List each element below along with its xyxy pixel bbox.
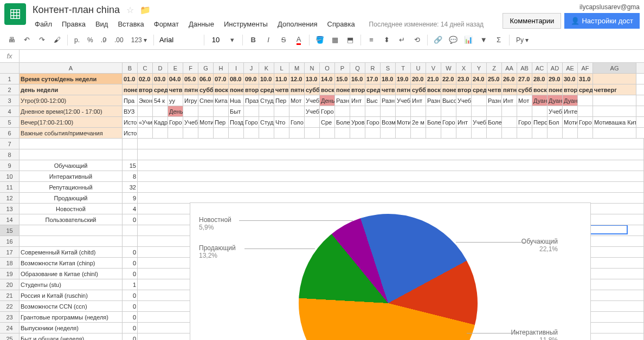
cell[interactable]: Инте [563, 106, 578, 116]
col-header-B[interactable]: B [123, 63, 138, 73]
cell[interactable]: 03.0 [153, 74, 168, 84]
fill-color-icon[interactable]: 🪣 [313, 33, 327, 47]
doc-title[interactable]: Контент-план china [30, 3, 122, 17]
cell[interactable] [214, 106, 229, 116]
col-header-D[interactable]: D [153, 63, 168, 73]
cell[interactable] [502, 106, 517, 116]
cell[interactable]: Сре [320, 117, 335, 127]
cell[interactable] [472, 106, 487, 116]
row-header[interactable]: 12 [0, 193, 20, 203]
size-select[interactable] [208, 35, 224, 45]
formula-input[interactable] [20, 50, 644, 62]
row-header[interactable]: 18 [0, 258, 20, 268]
cell[interactable] [578, 106, 593, 116]
cell[interactable] [289, 106, 305, 116]
cell[interactable]: Важные события/примечания [20, 128, 123, 138]
cell[interactable] [20, 139, 123, 149]
col-header-P[interactable]: P [335, 63, 350, 73]
cell[interactable]: Разн [426, 95, 441, 106]
rotate-icon[interactable]: ⟲ [410, 33, 424, 47]
col-header-W[interactable]: W [441, 63, 456, 73]
cell[interactable] [274, 128, 289, 138]
cell[interactable]: Учеб [548, 106, 563, 116]
cell[interactable]: 23.0 [456, 74, 472, 84]
cell[interactable]: 30.0 [563, 74, 578, 84]
wrap-icon[interactable]: ↵ [395, 33, 409, 47]
undo-icon[interactable]: ↶ [20, 33, 34, 47]
cell[interactable]: Дуан [563, 95, 578, 106]
cell[interactable] [335, 128, 350, 138]
cell[interactable]: Образование в Китае (chinl) [20, 269, 123, 279]
cell[interactable]: 31.0 [578, 74, 593, 84]
redo-icon[interactable]: ↷ [35, 33, 49, 47]
col-header-M[interactable]: M [289, 63, 305, 73]
cell[interactable]: Быт [229, 106, 244, 116]
row-header[interactable]: 16 [0, 236, 20, 246]
cell[interactable]: Студ [259, 117, 274, 127]
cell[interactable]: 0 [123, 269, 138, 279]
cell[interactable] [198, 106, 214, 116]
menu-help[interactable]: Справка [323, 18, 359, 30]
cell[interactable] [153, 106, 168, 116]
cell[interactable] [138, 171, 644, 181]
cell[interactable] [335, 106, 350, 116]
menu-addons[interactable]: Дополнения [273, 18, 322, 30]
valign-icon[interactable]: ⬍ [379, 33, 394, 47]
cell[interactable]: Исто [123, 117, 138, 127]
cell[interactable] [532, 128, 548, 138]
cell[interactable] [244, 128, 259, 138]
col-header-G[interactable]: G [198, 63, 214, 73]
cell[interactable] [123, 149, 138, 160]
cell[interactable] [289, 128, 305, 138]
cell[interactable]: Учеб [396, 95, 411, 106]
cell[interactable] [441, 106, 456, 116]
col-header-AF[interactable]: AF [578, 63, 593, 73]
cell[interactable] [593, 95, 636, 106]
cell[interactable]: пятн [183, 84, 198, 95]
text-color-icon[interactable]: A [292, 33, 306, 47]
cell[interactable]: Интерактивный [20, 171, 123, 181]
cell[interactable]: Вечер(17:00-21:00) [20, 117, 123, 127]
cell[interactable]: Дуан [532, 95, 548, 106]
cell[interactable] [593, 74, 636, 84]
cell[interactable]: Инт [411, 95, 426, 106]
cell[interactable]: Пра [123, 95, 138, 106]
cell[interactable]: Позд [229, 117, 244, 127]
cell[interactable] [138, 139, 644, 149]
cell[interactable]: сред [578, 84, 593, 95]
cell[interactable]: Мотивашка Кита [593, 117, 636, 127]
cell[interactable]: 32 [123, 182, 138, 192]
italic-icon[interactable]: I [261, 33, 275, 47]
col-header-N[interactable]: N [305, 63, 320, 73]
cell[interactable] [274, 106, 289, 116]
comment-icon[interactable]: 💬 [446, 33, 460, 47]
cell[interactable]: Мот [517, 95, 532, 106]
cell[interactable]: Дуан [548, 95, 563, 106]
cell[interactable] [305, 117, 320, 127]
row-header[interactable]: 25 [0, 334, 20, 340]
currency-format[interactable]: р. [71, 36, 83, 44]
cell[interactable]: Голо [289, 117, 305, 127]
cell[interactable]: 05.0 [183, 74, 198, 84]
row-header[interactable]: 21 [0, 290, 20, 300]
link-icon[interactable]: 🔗 [431, 33, 445, 47]
col-header-I[interactable]: I [229, 63, 244, 73]
cell[interactable]: Более 8 [487, 117, 502, 127]
cell[interactable]: воск [532, 84, 548, 95]
cell[interactable]: 01.0 [123, 74, 138, 84]
cell[interactable]: втор [244, 84, 259, 95]
percent-format[interactable]: % [84, 36, 96, 44]
col-header-L[interactable]: L [274, 63, 289, 73]
col-header-J[interactable]: J [244, 63, 259, 73]
cell[interactable] [532, 106, 548, 116]
cell[interactable]: 14.0 [320, 74, 335, 84]
cell[interactable] [365, 128, 381, 138]
cell[interactable]: Обучающий [20, 160, 123, 171]
cell[interactable]: четв [487, 84, 502, 95]
cell[interactable]: Горо [168, 117, 183, 127]
cell[interactable]: 0 [123, 214, 138, 225]
cell[interactable]: 0 [123, 258, 138, 268]
row-header[interactable]: 2 [0, 84, 20, 95]
cell[interactable]: Выс [365, 95, 381, 106]
cell[interactable]: Инт [456, 117, 472, 127]
